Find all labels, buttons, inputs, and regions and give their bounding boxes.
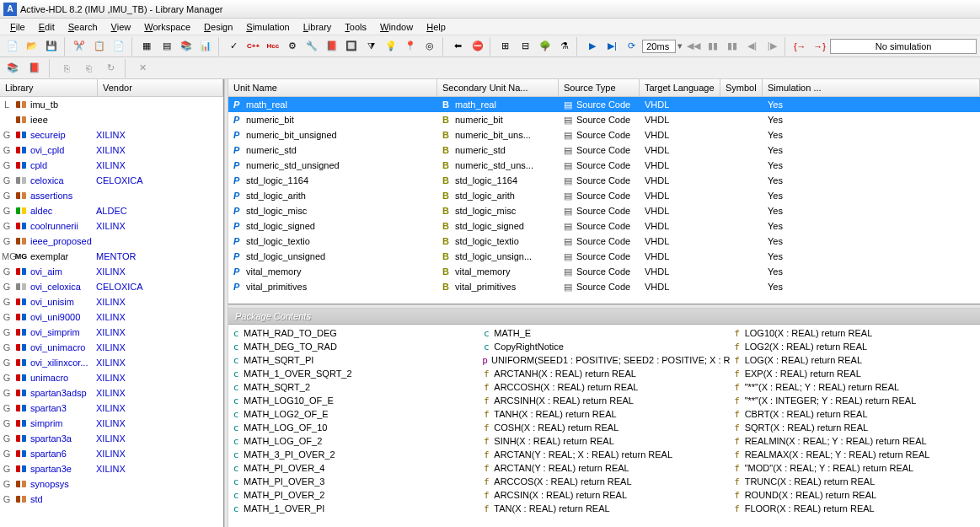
menu-file[interactable]: File <box>3 20 32 34</box>
unit-row-vital_memory[interactable]: Pvital_memoryBvital_memory▤Source CodeVH… <box>228 264 980 279</box>
wrench-button[interactable]: 🔧 <box>303 37 321 56</box>
menu-help[interactable]: Help <box>420 20 453 34</box>
target-button[interactable]: ◎ <box>421 37 439 56</box>
library-row-synopsys[interactable]: Gsynopsys <box>0 476 223 492</box>
step-next-button[interactable]: |▶ <box>763 37 780 56</box>
time-value[interactable]: 20ms <box>642 40 676 53</box>
restart-button[interactable]: ⟳ <box>623 37 640 56</box>
package-item[interactable]: fREALMIN(X : REAL; Y : REAL) return REAL <box>733 434 977 448</box>
package-item[interactable]: cMATH_LOG_OF_10 <box>232 421 475 434</box>
run-button[interactable]: ▶ <box>583 37 601 56</box>
unit-row-std_logic_arith[interactable]: Pstd_logic_arithBstd_logic_arith▤Source … <box>228 188 980 203</box>
library-row-ovi_unimacro[interactable]: Govi_unimacroXILINX <box>0 340 223 355</box>
package-item[interactable]: fTANH(X : REAL) return REAL <box>482 407 726 421</box>
grid-button[interactable]: ▦ <box>138 37 156 56</box>
stop-button[interactable]: ⛔ <box>469 37 486 56</box>
package-item[interactable]: cMATH_RAD_TO_DEG <box>232 326 475 340</box>
unit-row-numeric_bit[interactable]: Pnumeric_bitBnumeric_bit▤Source CodeVHDL… <box>228 112 980 127</box>
package-item[interactable]: fARCTANH(X : REAL) return REAL <box>482 367 726 380</box>
books-button[interactable]: 📕 <box>323 37 340 56</box>
package-item[interactable]: cMATH_LOG10_OF_E <box>232 394 475 407</box>
cut-button[interactable]: ✂️ <box>71 37 88 56</box>
simulation-header[interactable]: Simulation ... <box>763 79 980 96</box>
refresh-button[interactable]: ↻ <box>101 59 120 78</box>
package-item[interactable]: fLOG(X : REAL) return REAL <box>733 353 977 367</box>
library-row-spartan3[interactable]: Gspartan3XILINX <box>0 401 223 416</box>
menu-edit[interactable]: Edit <box>32 20 62 34</box>
attach-button[interactable]: ⎗ <box>79 59 98 78</box>
library-row-ovi_celoxica[interactable]: Govi_celoxicaCELOXICA <box>0 279 223 294</box>
unit-row-std_logic_1164[interactable]: Pstd_logic_1164Bstd_logic_1164▤Source Co… <box>228 173 980 188</box>
package-item[interactable]: fTRUNC(X : REAL) return REAL <box>733 475 977 488</box>
filter-button[interactable]: ⚗ <box>555 37 573 56</box>
cpp-dbg-button[interactable]: C++ <box>244 37 262 56</box>
unit-row-std_logic_misc[interactable]: Pstd_logic_miscBstd_logic_misc▤Source Co… <box>228 203 980 218</box>
package-item[interactable]: fARCSINH(X : REAL) return REAL <box>482 394 726 407</box>
library-row-ieee_proposed[interactable]: Gieee_proposed <box>0 234 223 249</box>
package-item[interactable]: cMATH_E <box>482 326 726 340</box>
open-button[interactable]: 📂 <box>23 37 40 56</box>
target-lang-header[interactable]: Target Language <box>640 79 720 96</box>
lib-books-button[interactable]: 📕 <box>25 59 44 78</box>
package-item[interactable]: fARCTAN(Y : REAL; X : REAL) return REAL <box>482 448 726 461</box>
back-button[interactable]: ⬅ <box>449 37 467 56</box>
menu-simulation[interactable]: Simulation <box>239 20 296 34</box>
package-item[interactable]: cMATH_PI_OVER_2 <box>232 488 475 502</box>
vendor-col-header[interactable]: Vendor <box>98 79 223 96</box>
package-item[interactable]: f"MOD"(X : REAL; Y : REAL) return REAL <box>733 461 977 475</box>
package-item[interactable]: cMATH_SQRT_2 <box>232 380 475 394</box>
expand-button[interactable]: ⊞ <box>496 37 514 56</box>
library-row-simprim[interactable]: GsimprimXILINX <box>0 416 223 431</box>
trace-in-button[interactable]: {→ <box>791 37 809 56</box>
paste-button[interactable]: 📄 <box>110 37 127 56</box>
waveform-button[interactable]: 📊 <box>196 37 214 56</box>
units-list[interactable]: Pmath_realBmath_real▤Source CodeVHDLYesP… <box>228 97 980 304</box>
copy-button[interactable]: 📋 <box>90 37 108 56</box>
library-row-ovi_simprim[interactable]: Govi_simprimXILINX <box>0 325 223 340</box>
package-item[interactable]: cMATH_SQRT_PI <box>232 353 475 367</box>
library-row-exemplar[interactable]: MGMGexemplarMENTOR <box>0 249 223 264</box>
source-type-header[interactable]: Source Type <box>559 79 640 96</box>
unit-row-numeric_std_unsigned[interactable]: Pnumeric_std_unsignedBnumeric_std_uns...… <box>228 158 980 173</box>
library-row-unimacro[interactable]: GunimacroXILINX <box>0 370 223 385</box>
package-item[interactable]: fEXP(X : REAL) return REAL <box>733 367 977 380</box>
bulb-button[interactable]: 💡 <box>382 37 399 56</box>
unit-row-numeric_bit_unsigned[interactable]: Pnumeric_bit_unsignedBnumeric_bit_uns...… <box>228 127 980 143</box>
library-row-ovi_unisim[interactable]: Govi_unisimXILINX <box>0 294 223 309</box>
library-row-ovi_xilinxcor...[interactable]: Govi_xilinxcor...XILINX <box>0 355 223 370</box>
package-col-2[interactable]: cMATH_EcCopyRightNoticepUNIFORM(SEED1 : … <box>479 325 729 527</box>
menu-library[interactable]: Library <box>297 20 339 34</box>
unit-row-math_real[interactable]: Pmath_realBmath_real▤Source CodeVHDLYes <box>228 97 980 112</box>
library-row-celoxica[interactable]: GceloxicaCELOXICA <box>0 173 223 188</box>
package-item[interactable]: fLOG2(X : REAL) return REAL <box>733 340 977 353</box>
library-row-ovi_uni9000[interactable]: Govi_uni9000XILINX <box>0 309 223 325</box>
tree-button[interactable]: 🌳 <box>536 37 554 56</box>
package-item[interactable]: fCOSH(X : REAL) return REAL <box>482 421 726 434</box>
library-button[interactable]: 📚 <box>177 37 195 56</box>
package-item[interactable]: fCBRT(X : REAL) return REAL <box>733 407 977 421</box>
stop-sim-button[interactable]: ▮▮ <box>724 37 742 56</box>
menu-window[interactable]: Window <box>373 20 420 34</box>
library-row-ovi_aim[interactable]: Govi_aimXILINX <box>0 264 223 279</box>
library-row-std[interactable]: Gstd <box>0 492 223 507</box>
library-row-imu_tb[interactable]: Limu_tb <box>0 97 223 112</box>
package-item[interactable]: fSINH(X : REAL) return REAL <box>482 434 726 448</box>
library-row-coolrunnerii[interactable]: GcoolrunneriiXILINX <box>0 218 223 234</box>
secondary-unit-header[interactable]: Secondary Unit Na... <box>437 79 559 96</box>
package-item[interactable]: fARCTAN(Y : REAL) return REAL <box>482 461 726 475</box>
package-item[interactable]: cCopyRightNotice <box>482 340 726 353</box>
package-item[interactable]: fFLOOR(X : REAL) return REAL <box>733 502 977 515</box>
hcc-dbg-button[interactable]: Hcc <box>264 37 281 56</box>
library-row-ieee[interactable]: ieee <box>0 112 223 127</box>
package-item[interactable]: fARCCOS(X : REAL) return REAL <box>482 475 726 488</box>
package-item[interactable]: fARCSIN(X : REAL) return REAL <box>482 488 726 502</box>
package-item[interactable]: cMATH_LOG2_OF_E <box>232 407 475 421</box>
package-item[interactable]: cMATH_PI_OVER_4 <box>232 461 475 475</box>
chip-button[interactable]: 🔲 <box>342 37 360 56</box>
package-item[interactable]: fTAN(X : REAL) return REAL <box>482 502 726 515</box>
library-row-spartan3e[interactable]: Gspartan3eXILINX <box>0 461 223 476</box>
unit-name-header[interactable]: Unit Name <box>228 79 437 96</box>
package-item[interactable]: cMATH_PI_OVER_3 <box>232 475 475 488</box>
library-col-header[interactable]: Library <box>0 79 98 96</box>
library-row-spartan3a[interactable]: Gspartan3aXILINX <box>0 431 223 446</box>
